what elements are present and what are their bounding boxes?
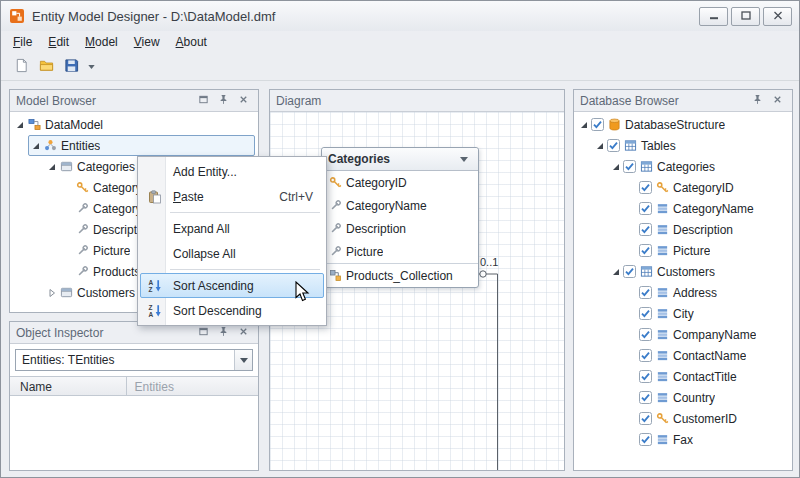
diagram-title: Diagram	[276, 94, 558, 108]
open-folder-button[interactable]	[34, 55, 59, 79]
expand-arrow-expanded-icon[interactable]	[610, 161, 622, 173]
expand-arrow-collapsed-icon[interactable]	[46, 287, 58, 299]
save-icon	[64, 58, 79, 76]
checkbox-checked[interactable]	[622, 160, 636, 173]
arrow-spacer	[62, 266, 74, 278]
grid-column-object[interactable]: Entities	[127, 377, 258, 395]
db-tree-item-companyname[interactable]: CompanyName	[574, 324, 792, 345]
checkbox-checked[interactable]	[638, 391, 652, 404]
key-icon	[74, 180, 90, 195]
combo-dropdown-button[interactable]	[234, 350, 252, 370]
object-inspector-pin-button[interactable]	[215, 325, 232, 341]
checkbox-checked[interactable]	[606, 139, 620, 152]
context-menu-item-collapse-all[interactable]: Collapse All	[140, 241, 324, 266]
entity-card-categories[interactable]: Categories CategoryIDCategoryNameDescrip…	[321, 147, 479, 288]
close-icon	[238, 326, 249, 340]
expand-arrow-expanded-icon[interactable]	[578, 119, 590, 131]
object-inspector-close-button[interactable]	[235, 325, 252, 341]
database-browser-pin-button[interactable]	[749, 93, 766, 109]
model-browser-maximize-button[interactable]	[195, 93, 212, 109]
entity-field-categoryid[interactable]: CategoryID	[322, 171, 478, 194]
database-browser-header: Database Browser	[574, 90, 792, 112]
model-icon	[26, 117, 42, 132]
db-tree-item-categoryid[interactable]: CategoryID	[574, 177, 792, 198]
column-icon	[654, 432, 670, 447]
expand-arrow-expanded-icon[interactable]	[30, 140, 42, 152]
model-tree-item-label: Picture	[90, 244, 130, 258]
db-tree-item-fax[interactable]: Fax	[574, 429, 792, 450]
column-icon	[654, 201, 670, 216]
db-tree-item-contacttitle[interactable]: ContactTitle	[574, 366, 792, 387]
checkbox-checked[interactable]	[638, 286, 652, 299]
model-tree-item-entities[interactable]: Entities	[10, 135, 258, 156]
checkbox-checked[interactable]	[638, 307, 652, 320]
maximize-button[interactable]	[731, 7, 760, 26]
db-tree-item-tables[interactable]: Tables	[574, 135, 792, 156]
checkbox-checked[interactable]	[622, 265, 636, 278]
db-tree-item-picture[interactable]: Picture	[574, 240, 792, 261]
expand-arrow-expanded-icon[interactable]	[610, 266, 622, 278]
context-menu-item-label: Sort Descending	[168, 304, 262, 318]
db-tree-item-country[interactable]: Country	[574, 387, 792, 408]
entity-field-picture[interactable]: Picture	[322, 240, 478, 263]
object-selector-combo[interactable]: Entities: TEntities	[15, 349, 253, 371]
checkbox-checked[interactable]	[638, 328, 652, 341]
model-browser-pin-button[interactable]	[215, 93, 232, 109]
object-selector-value: Entities: TEntities	[16, 353, 234, 367]
model-browser-header-buttons	[192, 93, 252, 109]
expand-arrow-expanded-icon[interactable]	[594, 140, 606, 152]
close-button[interactable]	[763, 7, 792, 26]
checkbox-checked[interactable]	[638, 370, 652, 383]
db-tree-item-city[interactable]: City	[574, 303, 792, 324]
context-menu-item-sort-ascending[interactable]: AZSort Ascending	[140, 273, 324, 298]
model-tree-item-datamodel[interactable]: DataModel	[10, 114, 258, 135]
db-tree-item-databasestructure[interactable]: DatabaseStructure	[574, 114, 792, 135]
checkbox-checked[interactable]	[590, 118, 604, 131]
expand-arrow-expanded-icon[interactable]	[46, 161, 58, 173]
checkbox-checked[interactable]	[638, 202, 652, 215]
object-inspector-header-buttons	[192, 325, 252, 341]
menu-file[interactable]: File	[5, 32, 40, 52]
expand-arrow-expanded-icon[interactable]	[14, 119, 26, 131]
context-menu-item-add-entity[interactable]: Add Entity...	[140, 159, 324, 184]
model-browser-close-button[interactable]	[235, 93, 252, 109]
menu-view[interactable]: View	[126, 32, 168, 52]
checkbox-checked[interactable]	[638, 412, 652, 425]
checkbox-checked[interactable]	[638, 223, 652, 236]
db-tree-item-categories[interactable]: Categories	[574, 156, 792, 177]
db-tree-item-description[interactable]: Description	[574, 219, 792, 240]
new-document-button[interactable]	[9, 55, 34, 79]
context-menu-item-paste[interactable]: PasteCtrl+V	[140, 184, 324, 209]
entity-field-description[interactable]: Description	[322, 217, 478, 240]
checkbox-checked[interactable]	[638, 349, 652, 362]
entity-field-products-collection[interactable]: Products_Collection	[322, 264, 478, 287]
menu-about[interactable]: About	[168, 32, 215, 52]
menu-model[interactable]: Model	[77, 32, 126, 52]
entity-card-dropdown-button[interactable]	[456, 151, 472, 167]
save-dropdown-button[interactable]	[84, 55, 98, 79]
context-menu-item-label: Paste	[168, 190, 204, 204]
maximize-icon	[741, 9, 751, 23]
context-menu-item-label: Expand All	[168, 222, 230, 236]
menu-edit[interactable]: Edit	[40, 32, 77, 52]
column-icon	[654, 327, 670, 342]
checkbox-checked[interactable]	[638, 244, 652, 257]
context-menu-item-sort-descending[interactable]: ZASort Descending	[140, 298, 324, 323]
object-inspector-maximize-button[interactable]	[195, 325, 212, 341]
db-tree-item-label: DatabaseStructure	[622, 118, 725, 132]
database-browser-close-button[interactable]	[769, 93, 786, 109]
db-tree-item-address[interactable]: Address	[574, 282, 792, 303]
entity-card-header[interactable]: Categories	[322, 148, 478, 171]
save-button[interactable]	[59, 55, 84, 79]
context-menu-item-expand-all[interactable]: Expand All	[140, 216, 324, 241]
checkbox-checked[interactable]	[638, 433, 652, 446]
db-tree-item-customerid[interactable]: CustomerID	[574, 408, 792, 429]
db-tree-item-categoryname[interactable]: CategoryName	[574, 198, 792, 219]
db-tree-item-customers[interactable]: Customers	[574, 261, 792, 282]
db-tree-item-contactname[interactable]: ContactName	[574, 345, 792, 366]
grid-column-name[interactable]: Name	[10, 377, 127, 395]
checkbox-checked[interactable]	[638, 181, 652, 194]
minimize-button[interactable]	[699, 7, 728, 26]
menu-separator	[170, 269, 320, 270]
entity-field-categoryname[interactable]: CategoryName	[322, 194, 478, 217]
